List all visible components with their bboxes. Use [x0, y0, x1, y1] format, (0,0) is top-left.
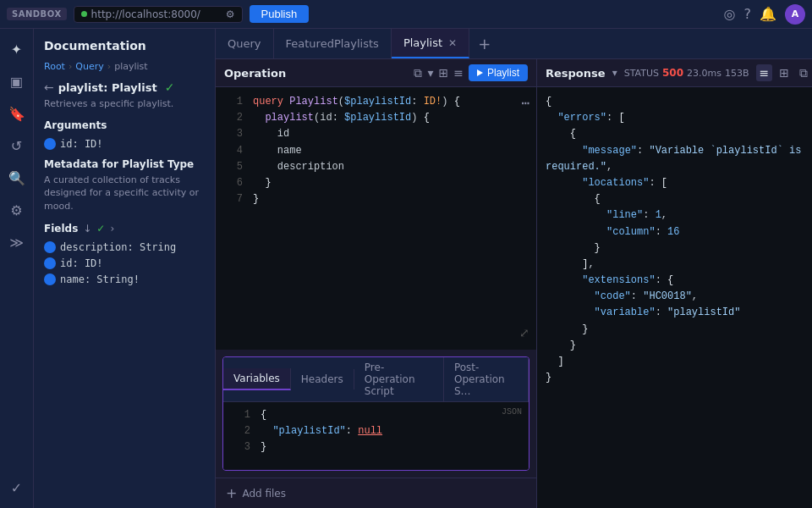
ai-icon[interactable]: ◎	[724, 6, 736, 22]
variables-tabs: Variables Headers Pre-Operation Script P…	[223, 357, 529, 402]
settings-icon[interactable]: ⚙	[226, 8, 235, 20]
meta-title: Metadata for Playlist Type	[44, 158, 205, 170]
tab-variables[interactable]: Variables	[223, 368, 291, 390]
help-icon[interactable]: ?	[744, 6, 752, 22]
breadcrumb-query[interactable]: Query	[75, 61, 103, 72]
doc-description: Retrieves a specific playlist.	[44, 98, 205, 109]
tab-playlist[interactable]: Playlist ✕	[392, 29, 469, 58]
variables-code[interactable]: JSON 1 { 2 "playlistId": null 3 }	[223, 402, 529, 470]
field-id: id: ID!	[44, 257, 205, 269]
tab-headers[interactable]: Headers	[291, 369, 354, 389]
breadcrumb-current: playlist	[114, 61, 147, 72]
tab-featured-label: FeaturedPlaylists	[286, 37, 379, 50]
code-line-4: 4 name	[216, 143, 536, 159]
code-editor[interactable]: ⋯ 1 query Playlist($playlistId: ID!) { 2…	[216, 87, 536, 350]
response-label: Response	[546, 67, 606, 80]
url-bar[interactable]: http://localhost:8000/ ⚙	[74, 6, 243, 23]
response-chevron-icon[interactable]: ▾	[612, 67, 617, 79]
resp-line-locations: "locations": [	[537, 175, 812, 191]
response-body: { "errors": [ { "message": "Variable `pl…	[537, 87, 812, 508]
breadcrumb: Root › Query › playlist	[44, 61, 205, 72]
status-label: STATUS	[624, 68, 659, 79]
arguments-title: Arguments	[44, 119, 205, 131]
sidebar-icon-search[interactable]: 🔍	[3, 164, 30, 191]
sidebar-icon-home[interactable]: ✦	[3, 36, 30, 63]
url-text: http://localhost:8000/	[91, 8, 200, 20]
field-text-description: description: String	[60, 241, 176, 253]
grid-view-icon[interactable]: ⊞	[776, 64, 793, 81]
more-options-icon[interactable]: ⋯	[521, 94, 529, 116]
editor-split: Operation ⧉ ▾ ⊞ ≡ Playlist ⋯ 1 query Pla…	[216, 59, 812, 508]
topbar-right: ◎ ? 🔔 A	[724, 4, 805, 25]
list-view-icon[interactable]: ≡	[756, 64, 773, 81]
tab-close-icon[interactable]: ✕	[448, 37, 457, 49]
add-files-row[interactable]: + Add files	[216, 478, 536, 508]
field-description: description: String	[44, 241, 205, 253]
fields-sort-icon[interactable]: ↓	[83, 223, 91, 235]
arg-dot	[44, 138, 56, 150]
resp-line-root-close: }	[537, 370, 812, 386]
field-name: name: String!	[44, 273, 205, 285]
add-files-label: Add files	[242, 488, 286, 500]
sidebar-icon-check[interactable]: ✓	[3, 474, 30, 501]
run-button[interactable]: Playlist	[469, 64, 528, 81]
sidebar-icon-history[interactable]: ↺	[3, 132, 30, 159]
resize-icon: ⤢	[519, 324, 529, 343]
breadcrumb-sep-1: ›	[69, 61, 72, 72]
field-dot-id	[44, 257, 56, 269]
view-toggle: ≡ ⊞	[756, 64, 793, 81]
connection-status-icon	[81, 11, 87, 17]
sandbox-badge: SANDBOX	[7, 8, 67, 20]
doc-panel: Documentation Root › Query › playlist ← …	[34, 29, 216, 508]
run-label: Playlist	[487, 67, 519, 79]
tab-featured[interactable]: FeaturedPlaylists	[274, 29, 392, 58]
var-line-1: 1 {	[223, 407, 529, 423]
fields-row: Fields ↓ ✓ ›	[44, 223, 205, 235]
field-dot-name	[44, 273, 56, 285]
status-size: 153B	[725, 68, 749, 79]
resp-line-errors-close: ]	[537, 354, 812, 370]
field-text-id: id: ID!	[60, 257, 103, 269]
response-bar: Response ▾ STATUS 500 23.0ms 153B ≡ ⊞ ⧉ …	[537, 59, 812, 87]
field-dot-desc	[44, 241, 56, 253]
back-row: ← playlist: Playlist ✓	[44, 80, 205, 94]
sidebar-icon-bookmarks[interactable]: 🔖	[3, 100, 30, 127]
sidebar-icon-settings[interactable]: ⚙	[3, 196, 30, 224]
breadcrumb-root[interactable]: Root	[44, 61, 65, 72]
tab-pre-operation[interactable]: Pre-Operation Script	[354, 357, 444, 401]
back-icon[interactable]: ←	[44, 80, 54, 94]
tab-add-icon[interactable]: +	[469, 35, 499, 52]
fields-check-icon[interactable]: ✓	[96, 223, 105, 235]
list-icon[interactable]: ≡	[453, 66, 464, 80]
copy-icon[interactable]: ⧉	[414, 66, 422, 80]
doc-title: Documentation	[44, 39, 205, 52]
verified-icon: ✓	[165, 80, 175, 94]
arg-item-id: id: ID!	[44, 138, 205, 150]
bell-icon[interactable]: 🔔	[760, 6, 776, 22]
publish-button[interactable]: Publish	[250, 5, 310, 23]
tab-playlist-label: Playlist	[403, 36, 442, 49]
code-line-1: 1 query Playlist($playlistId: ID!) {	[216, 94, 536, 110]
resp-line-errors: "errors": [	[537, 110, 812, 126]
variables-section: Variables Headers Pre-Operation Script P…	[222, 356, 529, 471]
avatar[interactable]: A	[785, 4, 805, 25]
code-line-7: 7 }	[216, 191, 536, 207]
resp-line-extensions: "extensions": {	[537, 273, 812, 289]
grid-icon[interactable]: ⊞	[439, 66, 449, 80]
copy-response-icon[interactable]: ⧉	[799, 66, 808, 80]
field-text-name: name: String!	[60, 273, 140, 285]
fields-chevron-icon[interactable]: ›	[110, 223, 114, 235]
sidebar-icon-expand[interactable]: ≫	[3, 229, 30, 256]
arg-text-id: id: ID!	[60, 138, 103, 150]
var-line-3: 3 }	[223, 439, 529, 456]
content-area: Query FeaturedPlaylists Playlist ✕ + Ope…	[216, 29, 812, 508]
tab-post-operation[interactable]: Post-Operation S…	[444, 357, 529, 401]
dropdown-icon[interactable]: ▾	[427, 66, 433, 80]
tab-query[interactable]: Query	[216, 29, 274, 58]
main-layout: ✦ ▣ 🔖 ↺ 🔍 ⚙ ≫ ✓ Documentation Root › Que…	[0, 29, 812, 508]
code-line-3: 3 id	[216, 126, 536, 142]
operation-label: Operation	[224, 67, 409, 80]
resp-line-arr-close: ],	[537, 257, 812, 273]
topbar: SANDBOX http://localhost:8000/ ⚙ Publish…	[0, 0, 812, 29]
sidebar-icon-docs[interactable]: ▣	[3, 68, 30, 95]
